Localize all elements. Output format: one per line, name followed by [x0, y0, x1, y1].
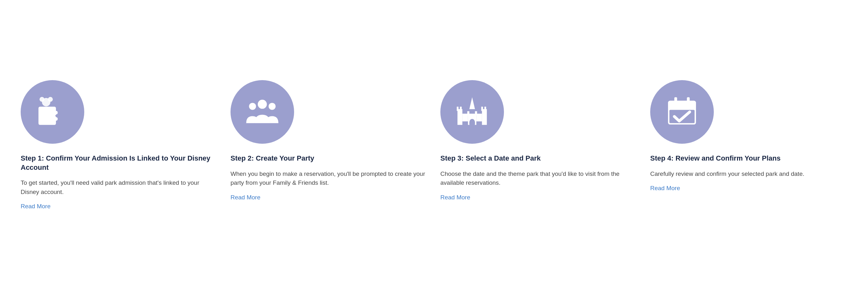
- step-card-4: Step 4: Review and Confirm Your Plans Ca…: [650, 80, 847, 192]
- step4-icon-circle: [650, 80, 714, 144]
- ticket-icon: [35, 94, 70, 129]
- step4-description: Carefully review and confirm your select…: [650, 169, 804, 179]
- step3-title: Step 3: Select a Date and Park: [440, 154, 540, 163]
- svg-marker-16: [469, 97, 475, 109]
- calendar-icon: [664, 94, 700, 129]
- step-card-1: Step 1: Confirm Your Admission Is Linked…: [21, 80, 218, 210]
- step1-description: To get started, you'll need valid park a…: [21, 179, 218, 196]
- svg-rect-17: [462, 114, 468, 121]
- step3-description: Choose the date and the theme park that …: [440, 169, 638, 188]
- svg-rect-20: [469, 122, 475, 125]
- step2-icon-circle: [230, 80, 294, 144]
- step3-read-more[interactable]: Read More: [440, 194, 470, 201]
- svg-rect-8: [457, 106, 459, 111]
- step-card-3: Step 3: Select a Date and Park Choose th…: [440, 80, 638, 201]
- step4-read-more[interactable]: Read More: [650, 185, 680, 192]
- step-card-2: Step 2: Create Your Party When you begin…: [230, 80, 428, 201]
- svg-rect-18: [476, 114, 482, 121]
- svg-rect-9: [460, 106, 462, 111]
- step1-title: Step 1: Confirm Your Admission Is Linked…: [21, 154, 218, 172]
- svg-rect-12: [485, 106, 487, 111]
- svg-rect-7: [458, 109, 462, 125]
- step2-read-more[interactable]: Read More: [230, 194, 260, 201]
- svg-point-1: [39, 97, 44, 102]
- svg-point-5: [249, 103, 256, 110]
- castle-icon: [455, 94, 490, 129]
- svg-rect-11: [482, 106, 483, 111]
- step4-title: Step 4: Review and Confirm Your Plans: [650, 154, 781, 163]
- step2-title: Step 2: Create Your Party: [230, 154, 314, 163]
- step1-read-more[interactable]: Read More: [21, 203, 51, 210]
- svg-rect-10: [482, 109, 487, 125]
- svg-point-2: [48, 97, 53, 102]
- step1-icon-circle: [21, 80, 84, 144]
- svg-rect-25: [668, 105, 696, 108]
- step3-icon-circle: [440, 80, 504, 144]
- step2-description: When you begin to make a reservation, yo…: [230, 169, 428, 188]
- svg-point-3: [55, 115, 57, 117]
- steps-container: Step 1: Confirm Your Admission Is Linked…: [21, 80, 847, 210]
- group-icon: [245, 94, 280, 129]
- svg-point-6: [269, 103, 276, 110]
- svg-point-4: [258, 99, 267, 109]
